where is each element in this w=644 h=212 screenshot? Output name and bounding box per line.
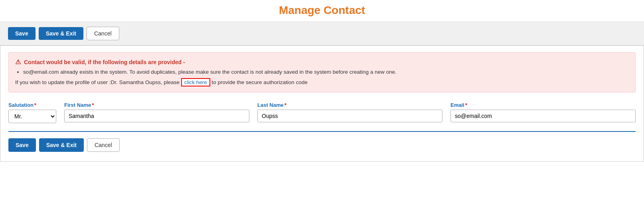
last-name-required: *	[284, 102, 286, 108]
last-name-input[interactable]	[257, 110, 443, 122]
first-name-input[interactable]	[64, 110, 249, 122]
email-input[interactable]	[450, 110, 636, 122]
first-name-required: *	[92, 102, 94, 108]
divider-line	[8, 131, 636, 132]
bottom-cancel-button[interactable]: Cancel	[87, 138, 120, 152]
page-title: Manage Contact	[0, 4, 644, 17]
first-name-label: First Name*	[64, 102, 249, 108]
top-cancel-button[interactable]: Cancel	[87, 27, 119, 40]
first-name-group: First Name*	[64, 102, 249, 123]
alert-header-text: Contact would be valid, if the following…	[24, 59, 185, 65]
alert-bullet-1: so@email.com already exists in the syste…	[23, 69, 629, 75]
email-required: *	[465, 102, 467, 108]
click-here-link[interactable]: click here	[181, 78, 210, 86]
alert-line2-after: to provide the secure authorization code	[212, 79, 308, 85]
top-save-exit-button[interactable]: Save & Exit	[39, 27, 83, 40]
last-name-group: Last Name*	[257, 102, 443, 123]
last-name-label: Last Name*	[257, 102, 443, 108]
main-content: ⚠ Contact would be valid, if the followi…	[0, 45, 644, 162]
alert-header: ⚠ Contact would be valid, if the followi…	[15, 58, 629, 66]
bottom-toolbar: Save Save & Exit Cancel	[8, 138, 636, 155]
salutation-select[interactable]: Mr. Mrs. Ms. Dr. Prof.	[8, 110, 56, 123]
top-save-button[interactable]: Save	[8, 27, 36, 40]
bottom-save-button[interactable]: Save	[8, 138, 36, 152]
email-label: Email*	[450, 102, 636, 108]
warning-icon: ⚠	[15, 58, 21, 66]
salutation-required: *	[34, 102, 36, 108]
alert-box: ⚠ Contact would be valid, if the followi…	[8, 52, 636, 92]
top-toolbar: Save Save & Exit Cancel	[0, 22, 644, 45]
page-header: Manage Contact	[0, 0, 644, 22]
alert-body: so@email.com already exists in the syste…	[15, 69, 629, 86]
email-group: Email*	[450, 102, 636, 123]
salutation-group: Salutation* Mr. Mrs. Ms. Dr. Prof.	[8, 102, 56, 123]
salutation-label: Salutation*	[8, 102, 56, 108]
form-row: Salutation* Mr. Mrs. Ms. Dr. Prof. First…	[8, 102, 636, 123]
alert-line2-before: If you wish to update the profile of use…	[15, 79, 180, 85]
bottom-save-exit-button[interactable]: Save & Exit	[39, 138, 84, 152]
